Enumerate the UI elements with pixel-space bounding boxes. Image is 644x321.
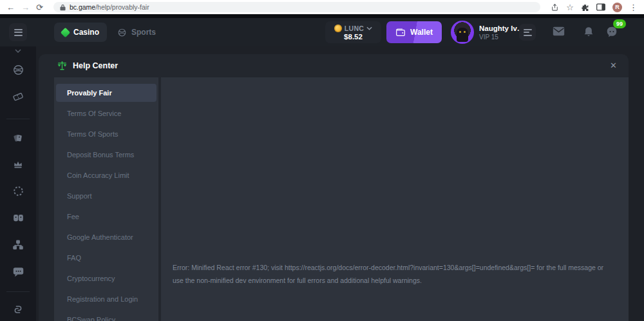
casino-label: Casino: [73, 28, 99, 37]
browser-forward-icon[interactable]: →: [21, 3, 30, 12]
close-icon[interactable]: ✕: [610, 61, 617, 70]
help-center-header: Help Center ✕: [39, 54, 629, 77]
wallet-button[interactable]: Wallet: [386, 21, 442, 43]
support-chat-icon[interactable]: [10, 264, 26, 279]
url-path: /help/provably-fair: [95, 3, 149, 11]
react-error-message: Error: Minified React error #130; visit …: [173, 261, 608, 287]
menu-item-fee[interactable]: Fee: [56, 208, 156, 226]
menu-item-cryptocurrency[interactable]: Cryptocurrency: [56, 269, 156, 287]
chevron-down-icon[interactable]: [10, 43, 26, 59]
bonus-wheel-icon[interactable]: [10, 183, 26, 199]
menu-item-bcswap-policy[interactable]: BCSwap Policy: [56, 311, 156, 321]
address-bar[interactable]: bc.game/help/provably-fair: [53, 2, 540, 12]
username: Naughty Iv…: [479, 24, 524, 32]
browser-back-icon[interactable]: ←: [6, 3, 15, 12]
menu-item-terms-of-sports[interactable]: Terms Of Sports: [56, 125, 156, 143]
user-avatar[interactable]: [451, 21, 474, 44]
sports-ball-icon[interactable]: [10, 62, 26, 77]
browser-chrome: ← → ⟳ bc.game/help/provably-fair ☆ R ⋮: [0, 0, 644, 14]
browser-profile-avatar[interactable]: R: [612, 3, 622, 12]
dice-icon[interactable]: [10, 210, 26, 226]
menu-item-terms-of-service[interactable]: Terms Of Service: [56, 104, 156, 122]
list-lines-icon: [524, 29, 532, 36]
help-menu: Provably Fair Terms Of Service Terms Of …: [54, 77, 158, 321]
currency-code: LUNC: [345, 24, 364, 32]
coin-icon: [334, 24, 342, 32]
vip-level: VIP 15: [479, 34, 524, 41]
scales-icon: [57, 61, 68, 72]
lock-icon: [60, 4, 66, 11]
menu-item-deposit-bonus-terms[interactable]: Deposit Bonus Terms: [56, 146, 156, 164]
sidebar-divider: [6, 291, 30, 292]
menu-item-faq[interactable]: FAQ: [56, 249, 156, 267]
user-profile[interactable]: Naughty Iv… VIP 15: [451, 21, 524, 44]
share-icon[interactable]: [551, 3, 559, 12]
help-center-title: Help Center: [73, 61, 118, 70]
vip-crown-icon[interactable]: [10, 157, 26, 172]
left-sidebar: [0, 46, 36, 321]
top-navbar: Casino Sports LUNC $8.52 Wallet: [0, 18, 644, 46]
screenshot-root: ← → ⟳ bc.game/help/provably-fair ☆ R ⋮: [0, 0, 644, 321]
tab-casino[interactable]: Casino: [54, 23, 107, 42]
wallet-icon: [395, 28, 406, 37]
network-icon[interactable]: [10, 237, 26, 253]
url-domain: bc.game: [70, 3, 95, 11]
casino-diamond-icon: [61, 27, 71, 37]
url-text: bc.game/help/provably-fair: [70, 3, 149, 11]
browser-menu-kebab-icon[interactable]: ⋮: [629, 3, 638, 12]
currency-amount: $8.52: [344, 33, 363, 41]
chat-unread-badge: 99: [613, 19, 626, 28]
menu-item-google-authenticator[interactable]: Google Authenticator: [56, 228, 156, 246]
extensions-puzzle-icon[interactable]: [581, 3, 589, 12]
bookmark-star-icon[interactable]: ☆: [566, 3, 574, 12]
help-content-panel: Error: Minified React error #130; visit …: [161, 77, 629, 321]
lottery-ticket-icon[interactable]: [10, 89, 26, 104]
promotions-tags-icon[interactable]: [10, 130, 26, 145]
page-background: Help Center ✕ Provably Fair Terms Of Ser…: [36, 46, 644, 321]
swap-icon[interactable]: [10, 302, 26, 317]
menu-item-coin-accuracy-limit[interactable]: Coin Accuracy Limit: [56, 166, 156, 184]
help-center-body: Provably Fair Terms Of Service Terms Of …: [54, 77, 629, 321]
currency-selector[interactable]: LUNC $8.52: [325, 21, 381, 43]
menu-item-support[interactable]: Support: [56, 187, 156, 205]
side-panel-icon[interactable]: [596, 3, 605, 11]
preferences-button[interactable]: [519, 24, 536, 41]
mail-icon[interactable]: [553, 26, 565, 36]
chevron-down-icon: [366, 26, 372, 30]
wallet-label: Wallet: [410, 28, 433, 37]
sidebar-toggle-button[interactable]: [9, 23, 27, 41]
help-center-modal: Help Center ✕ Provably Fair Terms Of Ser…: [39, 54, 629, 321]
hamburger-icon: [14, 29, 23, 36]
menu-item-provably-fair[interactable]: Provably Fair: [56, 84, 156, 102]
browser-reload-icon[interactable]: ⟳: [36, 3, 43, 12]
sports-ball-icon: [117, 28, 127, 37]
menu-item-registration-and-login[interactable]: Registration and Login: [56, 290, 156, 308]
notifications-bell-icon[interactable]: [583, 26, 594, 37]
sports-label: Sports: [131, 28, 156, 37]
tab-sports[interactable]: Sports: [109, 23, 164, 42]
sidebar-divider: [6, 119, 30, 119]
